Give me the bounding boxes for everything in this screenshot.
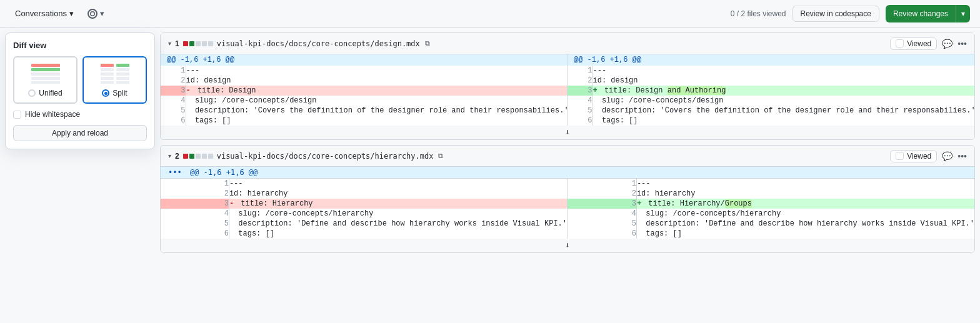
file2-copy-icon[interactable]: ⧉	[437, 151, 444, 161]
file2-header-left: ▾ 2 visual-kpi-docs/docs/core-concepts/h…	[168, 151, 444, 161]
highlight: Groups	[725, 199, 752, 208]
conversations-button[interactable]: Conversations ▾	[10, 6, 79, 21]
file1-copy-icon[interactable]: ⧉	[424, 38, 431, 49]
chip-green	[189, 41, 194, 46]
file2-viewed-checkbox[interactable]: Viewed	[890, 150, 937, 162]
gear-icon	[88, 9, 98, 19]
expand-table: ⬇	[161, 126, 974, 139]
file2-hunk-expand-icon[interactable]: •••	[168, 168, 182, 177]
file2-left-table: 1 --- 2 id: hierarchy 3 - title: Hierarc…	[161, 179, 567, 239]
table-row: 4 slug: /core-concepts/hierarchy	[568, 209, 974, 219]
svg-rect-6	[116, 64, 129, 67]
hide-whitespace-option[interactable]: Hide whitespace	[13, 110, 147, 119]
popup-title: Diff view	[13, 41, 147, 50]
split-option[interactable]: Split	[82, 56, 147, 104]
review-changes-label: Review changes	[886, 6, 956, 21]
file1-viewed-checkbox[interactable]: Viewed	[890, 37, 937, 50]
top-bar-right: 0 / 2 files viewed Review in codespace R…	[731, 5, 970, 22]
file1-expand-row-bottom[interactable]: ⬇	[161, 126, 974, 139]
file2-more-icon[interactable]: •••	[958, 151, 967, 161]
file1-diff-container: ▾ 1 visual-kpi-docs/docs/core-concepts/d…	[160, 32, 975, 140]
split-preview-icon	[99, 62, 131, 85]
file2-hunk-header-bar: ••• @@ -1,6 +1,6 @@	[161, 167, 974, 179]
svg-rect-7	[101, 68, 114, 71]
add-marker: +	[637, 199, 644, 208]
chip-gray-1	[196, 41, 201, 46]
svg-rect-5	[101, 64, 114, 67]
conversations-label: Conversations	[15, 9, 67, 18]
file2-right-side: 1 --- 2 id: hierarchy 3 + title: Hierarc…	[568, 179, 974, 239]
table-row: 6 tags: []	[568, 116, 974, 126]
table-row: 5 description: 'Covers the definition of…	[568, 106, 974, 116]
file1-viewed-check[interactable]	[896, 39, 904, 47]
table-row: 5 description: 'Covers the definition of…	[161, 106, 568, 116]
file2-path: visual-kpi-docs/docs/core-concepts/hiera…	[217, 152, 434, 161]
add-marker: +	[593, 86, 600, 95]
hide-whitespace-label: Hide whitespace	[25, 110, 80, 119]
file2-split-diff: 1 --- 2 id: hierarchy 3 - title: Hierarc…	[161, 179, 974, 239]
settings-button[interactable]: ▾	[84, 6, 108, 21]
hide-whitespace-checkbox[interactable]	[13, 111, 21, 119]
table-row: 2 id: design	[161, 76, 568, 86]
top-bar: Conversations ▾ ▾ 0 / 2 files viewed Rev…	[0, 0, 980, 27]
file1-number: 1	[175, 39, 179, 48]
unified-radio[interactable]	[28, 89, 36, 97]
expand-table-2: ⬇	[161, 239, 974, 252]
table-row: 6 tags: []	[568, 229, 974, 239]
diff-view-popup: Diff view Unified	[5, 32, 155, 149]
file1-path: visual-kpi-docs/docs/core-concepts/desig…	[217, 39, 420, 48]
table-row: 2 id: hierarchy	[568, 189, 974, 199]
table-row: 2 id: hierarchy	[161, 189, 567, 199]
file2-expand-row-bottom[interactable]: ⬇	[161, 239, 974, 252]
file1-comment-icon[interactable]: 💬	[942, 39, 952, 49]
table-row: 1 ---	[568, 66, 974, 76]
conversations-dropdown-icon: ▾	[69, 9, 74, 18]
gear-caret-icon: ▾	[100, 9, 104, 18]
svg-rect-11	[101, 77, 114, 80]
table-row: 1 ---	[568, 179, 974, 189]
file1-hunk-header-right: @@ -1,6 +1,6 @@	[568, 54, 974, 66]
svg-rect-14	[116, 81, 129, 84]
diff-options: Unified Spli	[13, 56, 147, 104]
file2-header: ▾ 2 visual-kpi-docs/docs/core-concepts/h…	[161, 146, 974, 167]
svg-rect-0	[31, 64, 60, 67]
table-row: 4 slug: /core-concepts/design	[161, 96, 568, 106]
chip-gray-2	[202, 41, 207, 46]
review-changes-button[interactable]: Review changes ▾	[886, 5, 970, 22]
table-row: 4 slug: /core-concepts/design	[568, 96, 974, 106]
del-marker: -	[229, 199, 236, 208]
expand-icon-bottom-2[interactable]: ⬇	[161, 239, 974, 252]
review-in-codespace-button[interactable]: Review in codespace	[792, 6, 879, 22]
files-viewed-count: 0 / 2 files viewed	[731, 9, 786, 18]
file1-right-side: @@ -1,6 +1,6 @@ 1 --- 2 id: design 3 +	[568, 54, 974, 126]
review-changes-caret-icon[interactable]: ▾	[956, 6, 970, 21]
svg-rect-3	[31, 77, 60, 80]
file2-viewed-check[interactable]	[896, 152, 904, 160]
expand-icon-bottom[interactable]: ⬇	[161, 126, 974, 139]
table-row: 5 description: 'Define and describe how …	[568, 219, 974, 229]
table-row: 4 slug: /core-concepts/hierarchy	[161, 209, 567, 219]
table-row: 5 description: 'Define and describe how …	[161, 219, 567, 229]
chip-red	[183, 154, 188, 159]
file1-header-left: ▾ 1 visual-kpi-docs/docs/core-concepts/d…	[168, 38, 431, 49]
table-row: 1 ---	[161, 179, 567, 189]
file1-collapse-icon[interactable]: ▾	[168, 40, 171, 47]
table-row: 6 tags: []	[161, 229, 567, 239]
table-row: 3 - title: Design	[161, 86, 568, 96]
file1-chips	[183, 41, 213, 46]
file1-more-icon[interactable]: •••	[958, 39, 967, 49]
chip-gray-3	[208, 154, 213, 159]
unified-option[interactable]: Unified	[13, 56, 78, 104]
split-radio[interactable]	[102, 89, 109, 97]
file2-comment-icon[interactable]: 💬	[942, 151, 952, 161]
chip-gray-3	[208, 41, 213, 46]
highlight: and Authoring	[668, 86, 726, 95]
file1-left-table: @@ -1,6 +1,6 @@ 1 --- 2 id: design 3 -	[161, 54, 568, 126]
svg-rect-2	[31, 72, 60, 76]
file2-number: 2	[175, 152, 179, 161]
unified-preview-icon	[30, 62, 61, 85]
file2-collapse-icon[interactable]: ▾	[168, 152, 171, 159]
split-label: Split	[102, 89, 127, 97]
file1-hunk-header-left: @@ -1,6 +1,6 @@	[161, 54, 568, 66]
apply-reload-button[interactable]: Apply and reload	[13, 125, 147, 141]
